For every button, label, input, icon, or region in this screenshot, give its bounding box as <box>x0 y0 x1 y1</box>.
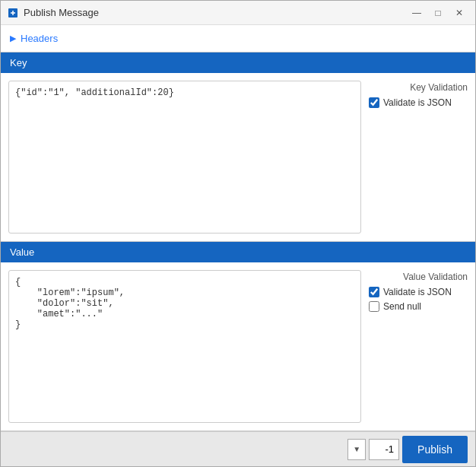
send-null-label[interactable]: Send null <box>383 301 421 312</box>
window-icon <box>7 7 19 19</box>
value-validate-json-row: Validate is JSON <box>369 287 468 297</box>
send-null-row: Send null <box>369 301 468 312</box>
minimize-button[interactable]: — <box>407 5 427 21</box>
title-bar: Publish Message — □ ✕ <box>1 1 475 25</box>
headers-toggle[interactable]: ▶ Headers <box>1 25 475 52</box>
key-editor[interactable]: {"id":"1", "additionalId":20} <box>8 81 361 234</box>
value-section: Value { "lorem":"ipsum", "dolor":"sit", … <box>1 242 475 431</box>
sections-container: Key {"id":"1", "additionalId":20} Key Va… <box>1 52 475 431</box>
title-bar-controls: — □ ✕ <box>407 5 469 21</box>
publish-button[interactable]: Publish <box>402 436 468 463</box>
key-section-body: {"id":"1", "additionalId":20} Key Valida… <box>1 73 475 241</box>
key-validate-json-checkbox[interactable] <box>369 97 379 108</box>
value-editor[interactable]: { "lorem":"ipsum", "dolor":"sit", "amet"… <box>8 270 361 423</box>
key-validate-json-row: Validate is JSON <box>369 97 468 108</box>
send-null-checkbox[interactable] <box>369 301 379 312</box>
content-area: ▶ Headers Key {"id":"1", "additionalId":… <box>1 25 475 466</box>
key-section-header: Key <box>1 52 475 73</box>
value-validate-json-label[interactable]: Validate is JSON <box>383 287 452 297</box>
value-validation-title: Value Validation <box>369 272 468 282</box>
footer-bar: ▼ Publish <box>1 431 475 466</box>
headers-section: ▶ Headers <box>1 25 475 52</box>
value-validation-panel: Value Validation Validate is JSON Send n… <box>369 270 468 423</box>
key-validation-title: Key Validation <box>369 82 468 93</box>
key-validate-json-label[interactable]: Validate is JSON <box>383 97 452 108</box>
window-title: Publish Message <box>24 7 407 18</box>
close-button[interactable]: ✕ <box>449 5 469 21</box>
partition-dropdown-arrow-icon: ▼ <box>353 445 360 453</box>
value-section-body: { "lorem":"ipsum", "dolor":"sit", "amet"… <box>1 262 475 430</box>
value-validate-json-checkbox[interactable] <box>369 287 379 297</box>
partition-dropdown[interactable]: ▼ <box>347 439 366 460</box>
maximize-button[interactable]: □ <box>428 5 448 21</box>
partition-input[interactable] <box>369 439 399 460</box>
headers-label: Headers <box>21 33 58 44</box>
value-section-header: Value <box>1 242 475 262</box>
key-section: Key {"id":"1", "additionalId":20} Key Va… <box>1 52 475 242</box>
headers-arrow-icon: ▶ <box>10 33 16 43</box>
publish-message-window: Publish Message — □ ✕ ▶ Headers Key {"id… <box>0 0 476 467</box>
key-validation-panel: Key Validation Validate is JSON <box>369 81 468 234</box>
